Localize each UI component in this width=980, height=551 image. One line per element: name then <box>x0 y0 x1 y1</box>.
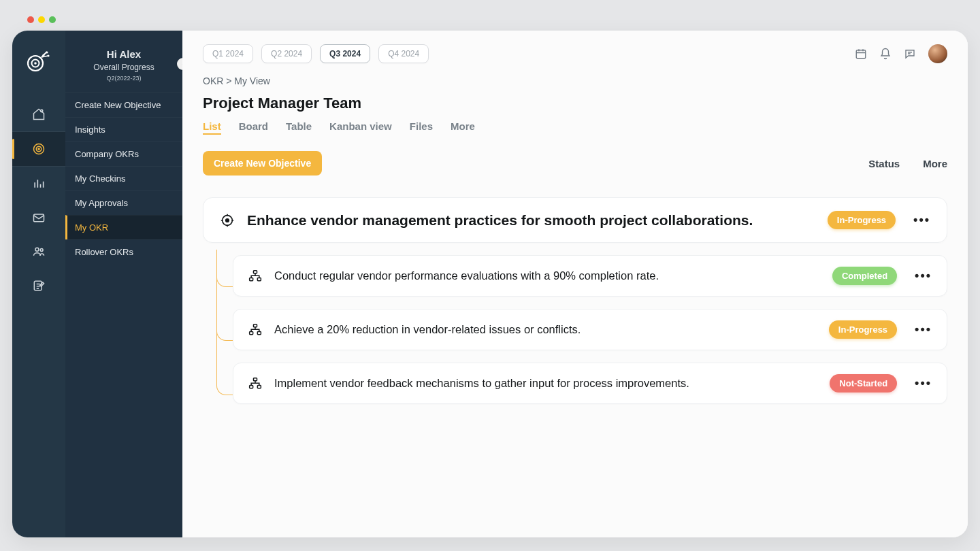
overall-progress-label: Overall Progress <box>71 63 177 72</box>
greeting-text: Hi Alex <box>71 48 177 60</box>
svg-rect-12 <box>34 214 44 222</box>
quarter-q4[interactable]: Q4 2024 <box>378 44 429 63</box>
svg-point-5 <box>46 51 48 53</box>
rail-notes[interactable] <box>12 269 65 303</box>
objective-title: Enhance vendor management practices for … <box>247 210 815 230</box>
svg-point-4 <box>42 54 44 56</box>
period-label: Q2(2022-23) <box>71 75 177 82</box>
bell-icon[interactable] <box>879 48 892 60</box>
objective-menu-icon[interactable]: ••• <box>908 213 930 227</box>
top-icons <box>855 44 947 63</box>
objective-status-badge: In-Progress <box>828 211 896 229</box>
breadcrumb: OKR > My View <box>203 76 947 86</box>
key-result-card[interactable]: Conduct regular vendor performance evalu… <box>233 255 947 297</box>
rail-okr[interactable] <box>12 132 65 166</box>
svg-rect-24 <box>257 331 261 334</box>
page-title: Project Manager Team <box>203 95 947 112</box>
svg-rect-20 <box>250 278 253 280</box>
nav-company-okrs[interactable]: Company OKRs <box>65 141 182 166</box>
kr-status-badge: Completed <box>832 267 897 285</box>
nav-rollover-okrs[interactable]: Rollover OKRs <box>65 239 182 264</box>
icon-rail <box>12 31 65 537</box>
view-tabs: List Board Table Kanban view Files More <box>203 120 947 132</box>
quarter-selector: Q1 2024 Q2 2024 Q3 2024 Q4 2024 <box>203 44 429 63</box>
kr-title: Achieve a 20% reduction in vendor-relate… <box>274 322 817 338</box>
filter-more[interactable]: More <box>923 158 947 169</box>
brand-logo <box>24 46 53 74</box>
topbar: Q1 2024 Q2 2024 Q3 2024 Q4 2024 <box>203 44 947 63</box>
svg-rect-21 <box>257 278 261 280</box>
rail-home[interactable] <box>12 97 65 131</box>
chat-icon[interactable] <box>904 48 916 60</box>
sidebar: ‹ Hi Alex Overall Progress Q2(2022-23) C… <box>65 31 182 537</box>
svg-rect-22 <box>254 324 257 327</box>
tab-list[interactable]: List <box>203 120 221 132</box>
svg-point-11 <box>38 148 39 150</box>
nav-my-okr[interactable]: My OKR <box>65 215 182 239</box>
objective-card[interactable]: Enhance vendor management practices for … <box>203 197 947 243</box>
calendar-icon[interactable] <box>855 48 867 60</box>
svg-point-2 <box>34 62 37 65</box>
nav-create-new-objective[interactable]: Create New Objective <box>65 93 182 117</box>
kr-menu-icon[interactable]: ••• <box>909 269 932 283</box>
nav-my-checkins[interactable]: My Checkins <box>65 166 182 190</box>
rail-team[interactable] <box>12 235 65 269</box>
tab-files[interactable]: Files <box>410 120 433 132</box>
kr-title: Implement vendor feedback mechanisms to … <box>274 375 817 392</box>
svg-point-13 <box>35 248 39 251</box>
rail-reports[interactable] <box>12 167 65 201</box>
kr-status-badge: Not-Started <box>830 374 897 393</box>
main-content: Q1 2024 Q2 2024 Q3 2024 Q4 2024 OKR > My… <box>182 31 968 537</box>
window-traffic-lights <box>27 16 56 23</box>
sidebar-header: Hi Alex Overall Progress Q2(2022-23) <box>65 31 182 93</box>
kr-menu-icon[interactable]: ••• <box>909 322 932 337</box>
quarter-q1[interactable]: Q1 2024 <box>203 44 253 63</box>
sidebar-nav: Create New Objective Insights Company OK… <box>65 93 182 264</box>
kr-status-badge: In-Progress <box>829 320 897 339</box>
tree-icon <box>248 269 262 283</box>
filter-status[interactable]: Status <box>868 158 900 169</box>
avatar[interactable] <box>928 44 947 63</box>
quarter-q3[interactable]: Q3 2024 <box>320 44 370 63</box>
tree-icon <box>248 377 262 390</box>
quarter-q2[interactable]: Q2 2024 <box>261 44 312 63</box>
tab-more[interactable]: More <box>451 120 475 132</box>
tree-icon <box>248 323 262 337</box>
nav-my-approvals[interactable]: My Approvals <box>65 190 182 215</box>
kr-menu-icon[interactable]: ••• <box>909 376 932 390</box>
right-filters: Status More <box>868 158 947 169</box>
key-result-card[interactable]: Achieve a 20% reduction in vendor-relate… <box>233 309 947 350</box>
svg-rect-23 <box>250 331 253 334</box>
app-frame: ‹ Hi Alex Overall Progress Q2(2022-23) C… <box>12 31 968 537</box>
key-results-list: Conduct regular vendor performance evalu… <box>216 255 947 404</box>
svg-rect-25 <box>254 378 257 381</box>
key-result-card[interactable]: Implement vendor feedback mechanisms to … <box>233 363 947 404</box>
create-objective-button[interactable]: Create New Objective <box>203 151 322 176</box>
kr-title: Conduct regular vendor performance evalu… <box>274 268 820 284</box>
objective-target-icon <box>220 213 235 228</box>
svg-point-18 <box>226 218 229 222</box>
tab-table[interactable]: Table <box>286 120 312 132</box>
svg-rect-26 <box>250 385 253 388</box>
tab-kanban[interactable]: Kanban view <box>329 120 392 132</box>
rail-mail[interactable] <box>12 201 65 235</box>
nav-insights[interactable]: Insights <box>65 117 182 141</box>
tab-board[interactable]: Board <box>239 120 268 132</box>
svg-rect-16 <box>856 50 866 59</box>
svg-rect-19 <box>254 271 257 273</box>
svg-point-14 <box>40 249 43 252</box>
action-row: Create New Objective Status More <box>203 151 947 176</box>
svg-rect-27 <box>257 385 261 388</box>
